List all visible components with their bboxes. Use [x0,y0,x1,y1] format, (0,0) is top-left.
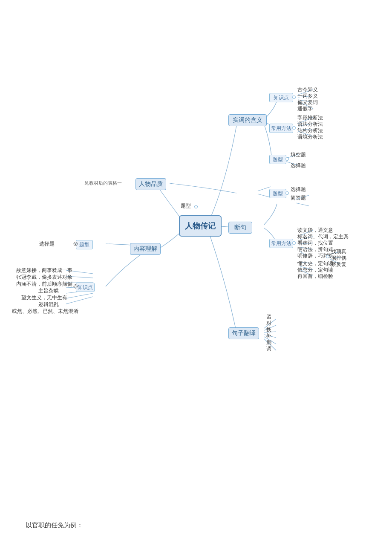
svg-line-30 [66,293,93,298]
circle-changyong1 [292,126,296,130]
node-duanju: 断句 [228,222,252,234]
node-tixing3: 题型 [76,240,93,249]
leaf-tiao: 调 [266,345,271,353]
leaf-zhangguan: 张冠李戴，偷换表述对象 [16,274,72,281]
juzi-label: 句子翻译 [232,330,256,337]
leaf-xuanze2: 选择题 [291,186,306,193]
tixing3-label: 题型 [79,241,89,249]
circle-changyong2 [292,241,296,245]
changyong2-label: 常用方法 [271,240,291,247]
leaf-neihan: 内涵不清，前后顺序颠倒 [16,280,72,288]
node-zhishi1: 知识点 [269,93,293,102]
svg-line-13 [296,203,309,206]
node-changyong1: 常用方法 [269,124,293,133]
changyong1-label: 常用方法 [271,125,291,132]
note-renwu: 见教材后的表格一 [84,180,122,186]
dot-zhishi2: ◎ [73,283,78,289]
leaf-luoji: 逻辑混乱 [38,301,59,308]
node-zhishi2: 知识点 [76,283,95,292]
leaf-huoran: 或然、必然、已然、未然混淆 [12,308,78,315]
node-neirong: 内容理解 [130,243,161,255]
svg-line-31 [66,297,93,304]
leaf-yujing: 语境分析法 [297,133,323,141]
node-shici: 实词的含义 [228,114,267,126]
shici-label: 实词的含义 [233,116,262,124]
center-node: 人物传记 [179,215,222,237]
circle-tixing2 [285,191,289,195]
circle-tixing-renwu [194,205,198,208]
leaf-xuanze1: 选择题 [291,162,306,169]
leaf-wang: 望文生义，无中生有 [21,294,67,301]
leaf-jianda: 简答题 [291,194,306,202]
node-tixing1: 题型 [269,155,286,164]
svg-line-10 [258,187,271,191]
leaf-zhuzhi: 主旨杂糅 [38,287,59,295]
label-tixing-renwu: 题型 [181,202,191,210]
zhishi1-label: 知识点 [274,94,289,101]
dot-tixing3: ◎ [73,240,78,246]
duanju-label: 断句 [234,224,246,231]
leaf-chaofanfu: 察反复 [331,261,346,268]
tixing2-label: 题型 [273,190,283,197]
leaf-guyi: 故意嫁接，两事糅成一事 [16,267,72,274]
bottom-text-label: 以官职的任免为例： [26,521,83,529]
svg-line-11 [258,194,271,197]
tixing1-label: 题型 [273,156,283,163]
node-juzi: 句子翻译 [228,327,259,339]
node-changyong2: 常用方法 [269,239,293,248]
node-renwu: 人物品质 [135,178,166,190]
center-label: 人物传记 [185,221,216,231]
circle-tixing1 [285,157,289,161]
neirong-label: 内容理解 [133,245,157,253]
mindmap-area: 人物传记 实词的含义 知识点 古今异义 一词多义 偏义复词 通假字 常用方法 字… [0,34,392,418]
node-tixing2: 题型 [269,189,286,198]
leaf-tongjiia: 通假字 [297,105,313,113]
bottom-text: 以官职的任免为例： [26,521,83,529]
leaf-xuanze3: 选择题 [39,240,55,248]
leaf-tiankong: 填空题 [291,151,306,159]
zhishi2-label: 知识点 [78,284,93,291]
circle-zhishi1 [292,95,296,99]
renwu-label: 人物品质 [139,180,163,188]
page-container: 人物传记 实词的含义 知识点 古今异义 一词多义 偏义复词 通假字 常用方法 字… [0,0,392,555]
leaf-zai: 再回首，细检验 [297,273,333,280]
circle-mingxiuci [326,255,329,258]
